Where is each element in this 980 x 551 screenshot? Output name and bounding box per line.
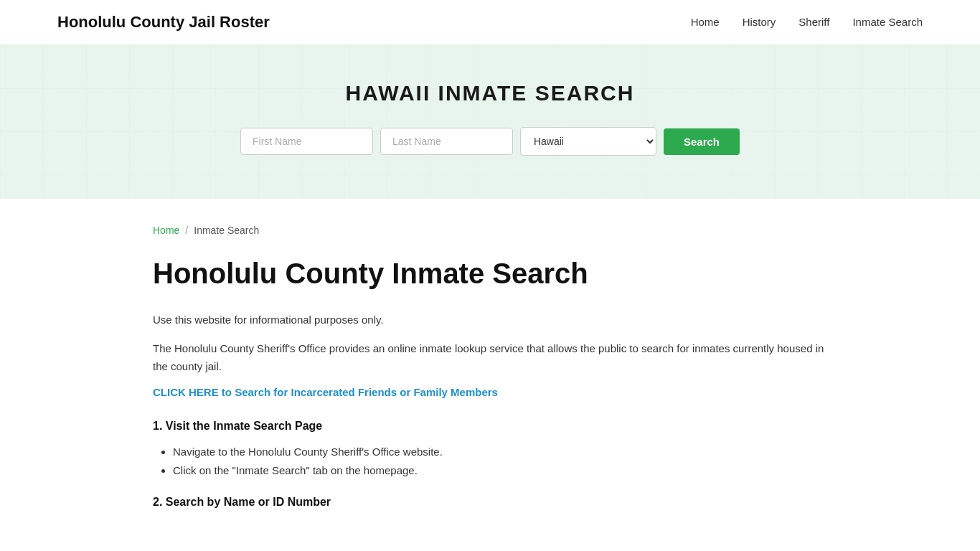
section2-heading: 2. Search by Name or ID Number (153, 496, 827, 509)
breadcrumb: Home / Inmate Search (153, 225, 827, 236)
first-name-input[interactable] (240, 128, 373, 155)
main-content: Home / Inmate Search Honolulu County Inm… (95, 199, 885, 551)
hero-banner: HAWAII INMATE SEARCH HawaiiAlabamaAlaska… (0, 45, 980, 199)
section1-heading: 1. Visit the Inmate Search Page (153, 420, 827, 433)
hero-title: HAWAII INMATE SEARCH (14, 81, 966, 105)
breadcrumb-home[interactable]: Home (153, 225, 179, 236)
state-select[interactable]: HawaiiAlabamaAlaskaArizonaArkansasCalifo… (520, 127, 656, 156)
site-logo[interactable]: Honolulu County Jail Roster (57, 13, 270, 32)
bullet-1-2: Click on the "Inmate Search" tab on the … (173, 461, 827, 480)
intro-paragraph-2: The Honolulu County Sheriff's Office pro… (153, 339, 827, 376)
site-header: Honolulu County Jail Roster Home History… (0, 0, 980, 45)
nav-inmate-search[interactable]: Inmate Search (852, 16, 923, 28)
breadcrumb-current: Inmate Search (194, 225, 259, 236)
bullet-1-1: Navigate to the Honolulu County Sheriff'… (173, 443, 827, 461)
search-button[interactable]: Search (664, 128, 740, 155)
main-nav: Home History Sheriff Inmate Search (691, 16, 923, 29)
section1-list: Navigate to the Honolulu County Sheriff'… (173, 443, 827, 481)
click-here-link[interactable]: CLICK HERE to Search for Incarcerated Fr… (153, 386, 498, 398)
nav-home[interactable]: Home (691, 16, 720, 28)
search-form: HawaiiAlabamaAlaskaArizonaArkansasCalifo… (14, 127, 966, 156)
intro-paragraph-1: Use this website for informational purpo… (153, 311, 827, 329)
nav-history[interactable]: History (743, 16, 776, 28)
last-name-input[interactable] (380, 128, 513, 155)
page-title: Honolulu County Inmate Search (153, 256, 827, 291)
breadcrumb-separator: / (185, 225, 188, 236)
nav-sheriff[interactable]: Sheriff (798, 16, 829, 28)
